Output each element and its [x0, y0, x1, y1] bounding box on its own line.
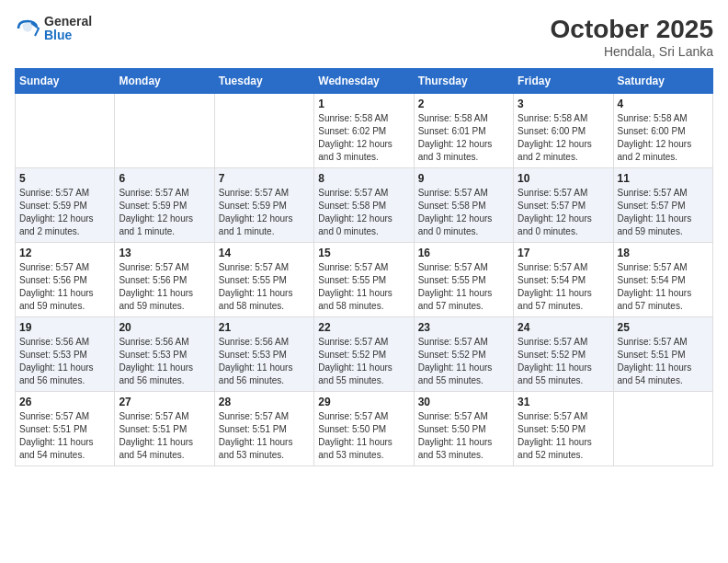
day-info: Sunrise: 5:57 AMSunset: 5:59 PMDaylight:…	[119, 187, 210, 238]
day-number: 1	[318, 98, 409, 110]
day-number: 19	[19, 321, 110, 334]
calendar-cell: 22Sunrise: 5:57 AMSunset: 5:52 PMDayligh…	[314, 317, 414, 392]
calendar-cell: 30Sunrise: 5:57 AMSunset: 5:50 PMDayligh…	[414, 392, 513, 466]
calendar-cell: 5Sunrise: 5:57 AMSunset: 5:59 PMDaylight…	[16, 168, 115, 243]
calendar-cell	[613, 392, 712, 466]
logo: General Blue	[15, 15, 92, 43]
day-number: 4	[618, 98, 709, 110]
day-number: 23	[418, 321, 509, 334]
title-area: October 2025 Hendala, Sri Lanka	[551, 15, 713, 59]
calendar-cell: 11Sunrise: 5:57 AMSunset: 5:57 PMDayligh…	[613, 168, 712, 243]
calendar-cell	[16, 94, 115, 168]
day-number: 14	[219, 247, 310, 259]
calendar-cell: 16Sunrise: 5:57 AMSunset: 5:55 PMDayligh…	[414, 243, 513, 317]
day-number: 6	[119, 172, 210, 185]
calendar-week-row: 19Sunrise: 5:56 AMSunset: 5:53 PMDayligh…	[16, 317, 713, 392]
calendar-cell: 26Sunrise: 5:57 AMSunset: 5:51 PMDayligh…	[16, 392, 115, 466]
day-info: Sunrise: 5:57 AMSunset: 5:51 PMDaylight:…	[618, 336, 709, 387]
day-info: Sunrise: 5:57 AMSunset: 5:52 PMDaylight:…	[518, 336, 609, 387]
day-info: Sunrise: 5:57 AMSunset: 5:52 PMDaylight:…	[318, 336, 409, 387]
day-info: Sunrise: 5:58 AMSunset: 6:00 PMDaylight:…	[518, 112, 609, 164]
calendar-cell: 1Sunrise: 5:58 AMSunset: 6:02 PMDaylight…	[314, 94, 414, 168]
day-info: Sunrise: 5:58 AMSunset: 6:00 PMDaylight:…	[618, 112, 709, 164]
calendar-cell: 19Sunrise: 5:56 AMSunset: 5:53 PMDayligh…	[16, 317, 115, 392]
calendar-cell: 7Sunrise: 5:57 AMSunset: 5:59 PMDaylight…	[214, 168, 313, 243]
day-info: Sunrise: 5:56 AMSunset: 5:53 PMDaylight:…	[219, 336, 310, 387]
day-info: Sunrise: 5:57 AMSunset: 5:56 PMDaylight:…	[19, 261, 110, 313]
day-number: 13	[119, 247, 210, 259]
day-number: 26	[19, 396, 110, 408]
calendar-cell: 15Sunrise: 5:57 AMSunset: 5:55 PMDayligh…	[314, 243, 414, 317]
day-info: Sunrise: 5:58 AMSunset: 6:02 PMDaylight:…	[318, 112, 409, 164]
location-title: Hendala, Sri Lanka	[551, 44, 713, 59]
calendar-cell: 14Sunrise: 5:57 AMSunset: 5:55 PMDayligh…	[214, 243, 313, 317]
day-info: Sunrise: 5:57 AMSunset: 5:59 PMDaylight:…	[19, 187, 110, 238]
logo-general: General	[44, 15, 92, 29]
calendar-cell: 4Sunrise: 5:58 AMSunset: 6:00 PMDaylight…	[613, 94, 712, 168]
day-number: 21	[219, 321, 310, 334]
calendar-body: 1Sunrise: 5:58 AMSunset: 6:02 PMDaylight…	[16, 94, 713, 466]
day-info: Sunrise: 5:56 AMSunset: 5:53 PMDaylight:…	[19, 336, 110, 387]
day-number: 31	[518, 396, 609, 408]
weekday-header: Wednesday	[314, 69, 414, 94]
day-info: Sunrise: 5:57 AMSunset: 5:57 PMDaylight:…	[518, 187, 609, 238]
weekday-header: Thursday	[414, 69, 513, 94]
day-number: 20	[119, 321, 210, 334]
day-number: 16	[418, 247, 509, 259]
calendar-cell: 3Sunrise: 5:58 AMSunset: 6:00 PMDaylight…	[514, 94, 613, 168]
day-info: Sunrise: 5:57 AMSunset: 5:58 PMDaylight:…	[318, 187, 409, 238]
calendar-cell: 27Sunrise: 5:57 AMSunset: 5:51 PMDayligh…	[115, 392, 214, 466]
calendar-cell	[214, 94, 313, 168]
day-info: Sunrise: 5:57 AMSunset: 5:59 PMDaylight:…	[219, 187, 310, 238]
day-number: 30	[418, 396, 509, 408]
day-info: Sunrise: 5:57 AMSunset: 5:54 PMDaylight:…	[618, 261, 709, 313]
calendar-cell: 13Sunrise: 5:57 AMSunset: 5:56 PMDayligh…	[115, 243, 214, 317]
day-info: Sunrise: 5:57 AMSunset: 5:55 PMDaylight:…	[219, 261, 310, 313]
calendar-cell: 10Sunrise: 5:57 AMSunset: 5:57 PMDayligh…	[514, 168, 613, 243]
calendar-cell: 21Sunrise: 5:56 AMSunset: 5:53 PMDayligh…	[214, 317, 313, 392]
day-number: 24	[518, 321, 609, 334]
day-info: Sunrise: 5:57 AMSunset: 5:54 PMDaylight:…	[518, 261, 609, 313]
logo-blue: Blue	[44, 29, 92, 42]
calendar-cell: 28Sunrise: 5:57 AMSunset: 5:51 PMDayligh…	[214, 392, 313, 466]
day-number: 27	[119, 396, 210, 408]
header-row: SundayMondayTuesdayWednesdayThursdayFrid…	[16, 69, 713, 94]
calendar-week-row: 12Sunrise: 5:57 AMSunset: 5:56 PMDayligh…	[16, 243, 713, 317]
day-number: 15	[318, 247, 409, 259]
day-info: Sunrise: 5:57 AMSunset: 5:52 PMDaylight:…	[418, 336, 509, 387]
day-info: Sunrise: 5:56 AMSunset: 5:53 PMDaylight:…	[119, 336, 210, 387]
logo-text: General Blue	[44, 15, 92, 43]
weekday-header: Monday	[115, 69, 214, 94]
day-number: 25	[618, 321, 709, 334]
weekday-header: Saturday	[613, 69, 712, 94]
calendar-cell: 31Sunrise: 5:57 AMSunset: 5:50 PMDayligh…	[514, 392, 613, 466]
calendar-week-row: 26Sunrise: 5:57 AMSunset: 5:51 PMDayligh…	[16, 392, 713, 466]
day-number: 3	[518, 98, 609, 110]
calendar-week-row: 1Sunrise: 5:58 AMSunset: 6:02 PMDaylight…	[16, 94, 713, 168]
calendar-cell: 29Sunrise: 5:57 AMSunset: 5:50 PMDayligh…	[314, 392, 414, 466]
weekday-header: Tuesday	[214, 69, 313, 94]
day-number: 5	[19, 172, 110, 185]
calendar-cell: 12Sunrise: 5:57 AMSunset: 5:56 PMDayligh…	[16, 243, 115, 317]
calendar-cell: 8Sunrise: 5:57 AMSunset: 5:58 PMDaylight…	[314, 168, 414, 243]
day-number: 17	[518, 247, 609, 259]
day-number: 8	[318, 172, 409, 185]
day-number: 11	[618, 172, 709, 185]
month-title: October 2025	[551, 15, 713, 44]
day-number: 22	[318, 321, 409, 334]
day-info: Sunrise: 5:57 AMSunset: 5:50 PMDaylight:…	[518, 410, 609, 462]
day-info: Sunrise: 5:57 AMSunset: 5:51 PMDaylight:…	[19, 410, 110, 462]
day-info: Sunrise: 5:57 AMSunset: 5:51 PMDaylight:…	[119, 410, 210, 462]
day-number: 9	[418, 172, 509, 185]
calendar-cell: 18Sunrise: 5:57 AMSunset: 5:54 PMDayligh…	[613, 243, 712, 317]
calendar-cell: 17Sunrise: 5:57 AMSunset: 5:54 PMDayligh…	[514, 243, 613, 317]
day-number: 7	[219, 172, 310, 185]
day-info: Sunrise: 5:57 AMSunset: 5:50 PMDaylight:…	[418, 410, 509, 462]
day-info: Sunrise: 5:58 AMSunset: 6:01 PMDaylight:…	[418, 112, 509, 164]
logo-icon	[15, 16, 40, 41]
calendar-cell	[115, 94, 214, 168]
calendar-cell: 6Sunrise: 5:57 AMSunset: 5:59 PMDaylight…	[115, 168, 214, 243]
calendar-cell: 23Sunrise: 5:57 AMSunset: 5:52 PMDayligh…	[414, 317, 513, 392]
weekday-header: Friday	[514, 69, 613, 94]
day-info: Sunrise: 5:57 AMSunset: 5:55 PMDaylight:…	[318, 261, 409, 313]
